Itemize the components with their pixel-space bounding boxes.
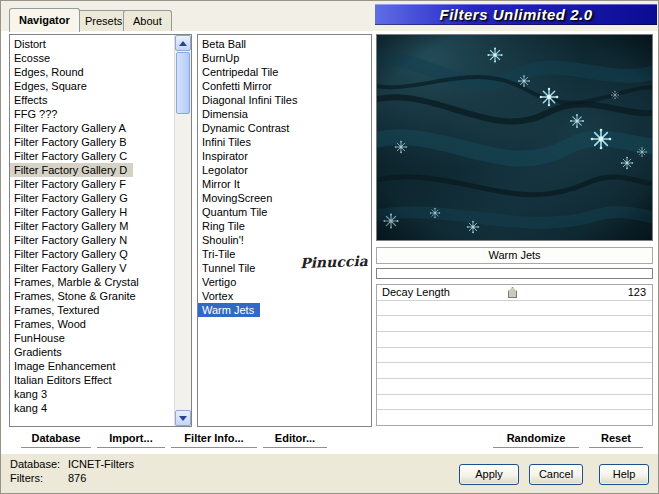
preview-image — [377, 35, 652, 240]
progress-bar — [376, 268, 653, 279]
filter-item[interactable]: MovingScreen — [198, 191, 278, 205]
empty-parameter-row — [377, 395, 652, 411]
category-item[interactable]: Filter Factory Gallery A — [10, 121, 132, 135]
editor-button[interactable]: Editor... — [263, 430, 327, 448]
filter-item[interactable]: Inspirator — [198, 149, 254, 163]
scrollbar-thumb[interactable] — [176, 52, 190, 114]
category-item[interactable]: Filter Factory Gallery B — [10, 135, 132, 149]
filter-item[interactable]: Vertigo — [198, 275, 242, 289]
apply-button[interactable]: Apply — [459, 464, 519, 485]
category-item[interactable]: Gradients — [10, 345, 68, 359]
category-item[interactable]: Edges, Square — [10, 79, 93, 93]
category-item[interactable]: Distort — [10, 37, 52, 51]
category-list: DistortEcosseEdges, RoundEdges, SquareEf… — [10, 37, 174, 426]
filter-item[interactable]: Diagonal Infini Tiles — [198, 93, 303, 107]
app-title: Filters Unlimited 2.0 — [439, 6, 592, 23]
category-listbox: DistortEcosseEdges, RoundEdges, SquareEf… — [9, 34, 192, 427]
category-item[interactable]: Frames, Wood — [10, 317, 92, 331]
status-filters-line: Filters:876 — [10, 471, 134, 485]
main-area: DistortEcosseEdges, RoundEdges, SquareEf… — [1, 31, 659, 454]
category-item[interactable]: Frames, Textured — [10, 303, 105, 317]
category-item[interactable]: Filter Factory Gallery M — [10, 219, 134, 233]
filter-info-button[interactable]: Filter Info... — [171, 430, 257, 448]
empty-parameter-row — [377, 363, 652, 379]
tab-about[interactable]: About — [123, 10, 172, 31]
arrow-down-icon — [179, 416, 187, 421]
category-item[interactable]: Edges, Round — [10, 65, 90, 79]
filter-listbox: Beta BallBurnUpCentripedal TileConfetti … — [197, 34, 372, 427]
filter-item[interactable]: Dynamic Contrast — [198, 121, 295, 135]
category-item[interactable]: Effects — [10, 93, 53, 107]
status-filters-value: 876 — [68, 472, 86, 484]
category-item[interactable]: Ecosse — [10, 51, 56, 65]
category-item[interactable]: kang 3 — [10, 387, 53, 401]
filter-item[interactable]: BurnUp — [198, 51, 245, 65]
filter-item[interactable]: Infini Tiles — [198, 135, 257, 149]
parameter-row: Decay Length 123 — [377, 285, 652, 301]
category-scrollbar[interactable] — [174, 35, 191, 426]
empty-parameter-row — [377, 379, 652, 395]
category-item[interactable]: Filter Factory Gallery D — [10, 163, 133, 177]
empty-parameter-row — [377, 316, 652, 332]
filters-unlimited-window: Navigator Presets About Filters Unlimite… — [0, 0, 659, 494]
status-database-label: Database: — [10, 457, 68, 471]
reset-button[interactable]: Reset — [589, 430, 643, 448]
filter-item[interactable]: Ring Tile — [198, 219, 251, 233]
category-item[interactable]: Filter Factory Gallery H — [10, 205, 133, 219]
filter-item[interactable]: Beta Ball — [198, 37, 252, 51]
empty-parameter-row — [377, 301, 652, 317]
category-item[interactable]: FFG ??? — [10, 107, 63, 121]
filter-item[interactable]: Shoulin'! — [198, 233, 250, 247]
import-button[interactable]: Import... — [97, 430, 165, 448]
filter-item[interactable]: Dimensia — [198, 107, 254, 121]
category-item[interactable]: Frames, Marble & Crystal — [10, 275, 145, 289]
scroll-up-button[interactable] — [175, 35, 191, 51]
parameter-name: Decay Length — [382, 286, 450, 298]
filter-item[interactable]: Quantum Tile — [198, 205, 273, 219]
filter-item[interactable]: Centripedal Tile — [198, 65, 284, 79]
category-item[interactable]: Italian Editors Effect — [10, 373, 118, 387]
filter-list: Beta BallBurnUpCentripedal TileConfetti … — [198, 37, 371, 426]
empty-parameter-row — [377, 332, 652, 348]
filter-item[interactable]: Vortex — [198, 289, 239, 303]
filter-item[interactable]: Warm Jets — [198, 303, 260, 317]
status-bar: Database:ICNET-Filters Filters:876 — [10, 457, 134, 485]
parameter-value: 123 — [628, 286, 646, 298]
filter-item[interactable]: Tunnel Tile — [198, 261, 261, 275]
category-item[interactable]: Filter Factory Gallery C — [10, 149, 133, 163]
empty-parameter-row — [377, 348, 652, 364]
status-database-value: ICNET-Filters — [68, 458, 134, 470]
category-item[interactable]: Filter Factory Gallery Q — [10, 247, 134, 261]
category-item[interactable]: Filter Factory Gallery N — [10, 233, 133, 247]
status-filters-label: Filters: — [10, 471, 68, 485]
filter-item[interactable]: Mirror It — [198, 177, 246, 191]
scroll-down-button[interactable] — [175, 410, 191, 426]
tab-navigator[interactable]: Navigator — [9, 8, 80, 32]
category-item[interactable]: Frames, Stone & Granite — [10, 289, 142, 303]
help-button[interactable]: Help — [599, 464, 649, 485]
filter-item[interactable]: Confetti Mirror — [198, 79, 278, 93]
category-item[interactable]: Image Enhancement — [10, 359, 122, 373]
arrow-up-icon — [179, 41, 187, 46]
category-item[interactable]: Filter Factory Gallery G — [10, 191, 134, 205]
category-item[interactable]: FunHouse — [10, 331, 71, 345]
filter-item[interactable]: Legolator — [198, 163, 254, 177]
status-database-line: Database:ICNET-Filters — [10, 457, 134, 471]
selected-filter-caption: Warm Jets — [376, 247, 653, 264]
preview-panel — [376, 34, 653, 241]
category-item[interactable]: kang 4 — [10, 401, 53, 415]
title-banner: Filters Unlimited 2.0 — [375, 4, 657, 25]
parameter-panel: Decay Length 123 — [376, 284, 653, 426]
randomize-button[interactable]: Randomize — [493, 430, 579, 448]
empty-parameter-row — [377, 410, 652, 425]
database-button[interactable]: Database — [21, 430, 91, 448]
filter-item[interactable]: Tri-Tile — [198, 247, 241, 261]
category-item[interactable]: Filter Factory Gallery V — [10, 261, 132, 275]
category-item[interactable]: Filter Factory Gallery F — [10, 177, 132, 191]
cancel-button[interactable]: Cancel — [529, 464, 583, 485]
decay-length-slider-thumb[interactable] — [508, 287, 517, 298]
